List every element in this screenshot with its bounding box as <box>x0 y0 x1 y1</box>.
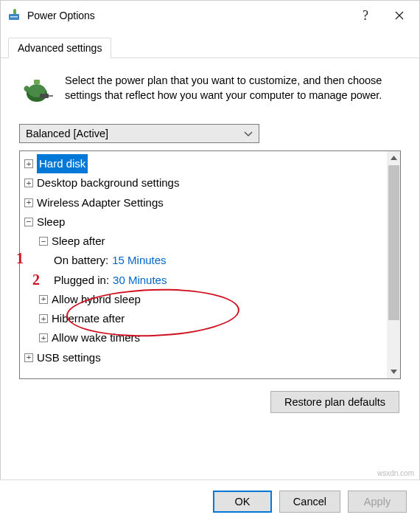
teapot-battery-icon <box>19 73 55 111</box>
expand-icon[interactable] <box>39 333 48 342</box>
vertical-scrollbar[interactable] <box>387 151 400 378</box>
power-options-icon <box>8 8 21 24</box>
titlebar: Power Options ? <box>1 1 419 30</box>
expand-icon[interactable] <box>39 314 48 323</box>
setting-value[interactable]: 30 Minutes <box>113 271 167 290</box>
tree-label: Allow hybrid sleep <box>52 290 141 309</box>
tree-label: Desktop background settings <box>37 173 179 193</box>
tree-label: Allow wake timers <box>52 328 140 347</box>
watermark: wsxdn.com <box>377 469 414 477</box>
tree-item-usb[interactable]: USB settings <box>24 348 385 367</box>
tab-content: Select the power plan that you want to c… <box>1 58 419 413</box>
scroll-down-icon[interactable] <box>387 365 400 378</box>
tree-label: Wireless Adapter Settings <box>37 193 164 212</box>
scroll-up-icon[interactable] <box>387 151 400 164</box>
expand-icon[interactable] <box>24 179 33 187</box>
tree-item-hard-disk[interactable]: Hard disk <box>24 154 385 173</box>
tree-item-plugged-in[interactable]: Plugged in: 30 Minutes <box>24 271 385 290</box>
power-plan-select[interactable]: Balanced [Active] <box>19 124 259 143</box>
close-button[interactable] <box>382 4 416 27</box>
expand-icon[interactable] <box>24 159 33 168</box>
tab-advanced-settings[interactable]: Advanced settings <box>8 38 111 58</box>
tree-item-sleep[interactable]: Sleep <box>24 212 385 232</box>
svg-rect-8 <box>40 94 49 98</box>
dialog-button-row: OK Cancel Apply <box>0 479 420 523</box>
power-plan-value: Balanced [Active] <box>26 128 108 139</box>
tree-item-on-battery[interactable]: On battery: 15 Minutes <box>24 251 385 270</box>
settings-tree: Hard disk Desktop background settings Wi… <box>19 150 401 379</box>
tree-item-wake-timers[interactable]: Allow wake timers <box>24 328 385 347</box>
expand-icon[interactable] <box>24 198 33 207</box>
apply-button: Apply <box>348 491 407 513</box>
tree-item-hibernate-after[interactable]: Hibernate after <box>24 309 385 328</box>
tree-label: Hibernate after <box>52 309 125 328</box>
cancel-button[interactable]: Cancel <box>279 491 340 513</box>
tree-label: Sleep after <box>52 232 105 251</box>
svg-rect-2 <box>10 16 18 18</box>
scrollbar-thumb[interactable] <box>388 165 399 320</box>
collapse-icon[interactable] <box>24 218 33 226</box>
help-button[interactable]: ? <box>349 4 382 27</box>
setting-label: On battery: <box>54 251 108 270</box>
tabstrip: Advanced settings <box>1 30 419 58</box>
expand-icon[interactable] <box>39 295 48 304</box>
expand-icon[interactable] <box>24 353 33 362</box>
setting-label: Plugged in: <box>54 271 109 290</box>
annotation-marker-1: 1 <box>16 250 24 267</box>
tree-label: Hard disk <box>37 154 88 173</box>
restore-defaults-button[interactable]: Restore plan defaults <box>270 391 399 413</box>
tree-label: USB settings <box>37 348 101 367</box>
ok-button[interactable]: OK <box>213 491 272 513</box>
description-text: Select the power plan that you want to c… <box>65 73 401 111</box>
collapse-icon[interactable] <box>39 237 48 246</box>
annotation-marker-2: 2 <box>32 271 40 288</box>
tree-item-hybrid-sleep[interactable]: Allow hybrid sleep <box>24 290 385 309</box>
setting-value[interactable]: 15 Minutes <box>112 251 166 270</box>
tree-item-sleep-after[interactable]: Sleep after <box>24 232 385 251</box>
chevron-down-icon <box>244 128 253 139</box>
window-title: Power Options <box>27 10 349 21</box>
tree-item-wireless[interactable]: Wireless Adapter Settings <box>24 193 385 212</box>
svg-rect-7 <box>34 80 40 84</box>
tree-item-desktop-bg[interactable]: Desktop background settings <box>24 173 385 193</box>
tree-label: Sleep <box>37 212 65 232</box>
